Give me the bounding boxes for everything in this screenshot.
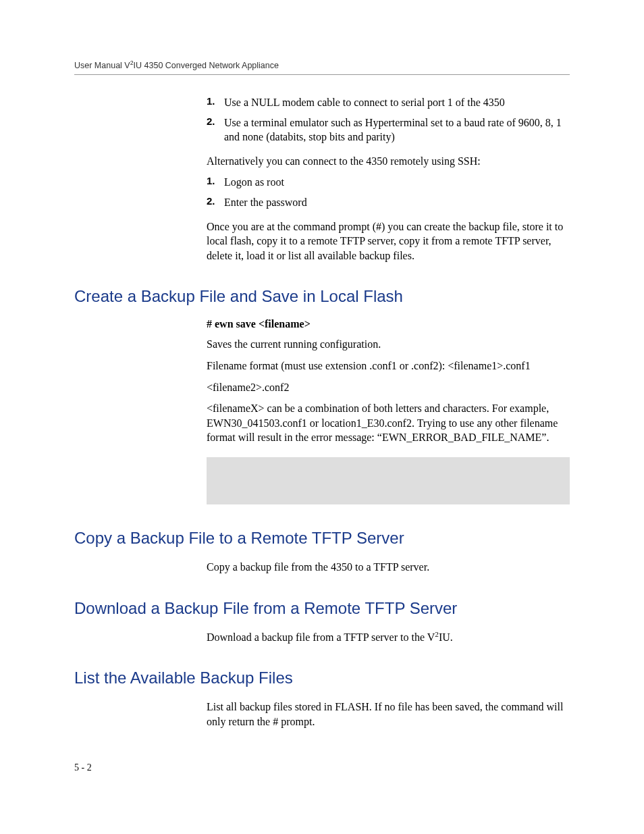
list-item: 2. Enter the password xyxy=(207,195,570,210)
list-text: Use a NULL modem cable to connect to ser… xyxy=(224,95,505,110)
list-number: 2. xyxy=(207,195,224,210)
paragraph: Download a backup file from a TFTP serve… xyxy=(207,630,570,645)
list-item: 1. Logon as root xyxy=(207,175,570,190)
command-text: # ewn save <filename> xyxy=(207,318,570,330)
header-suffix: IU 4350 Converged Network Appliance xyxy=(134,61,279,70)
paragraph: Once you are at the command prompt (#) y… xyxy=(207,219,570,263)
page-number: 5 - 2 xyxy=(74,762,92,773)
header-prefix: User Manual V xyxy=(74,61,130,70)
section1-body: # ewn save <filename> Saves the current … xyxy=(207,318,570,445)
list-text: Enter the password xyxy=(224,195,307,210)
section-heading-copy-backup: Copy a Backup File to a Remote TFTP Serv… xyxy=(74,529,570,548)
section-heading-create-backup: Create a Backup File and Save in Local F… xyxy=(74,287,570,306)
paragraph: List all backup files stored in FLASH. I… xyxy=(207,700,570,729)
section2-body: Copy a backup file from the 4350 to a TF… xyxy=(207,560,570,575)
paragraph: Saves the current running configuration. xyxy=(207,337,570,352)
list-number: 1. xyxy=(207,95,224,110)
para-prefix: Download a backup file from a TFTP serve… xyxy=(207,631,435,643)
ordered-list-1: 1. Use a NULL modem cable to connect to … xyxy=(207,95,570,145)
section3-body: Download a backup file from a TFTP serve… xyxy=(207,630,570,645)
section-heading-download-backup: Download a Backup File from a Remote TFT… xyxy=(74,599,570,618)
section4-body: List all backup files stored in FLASH. I… xyxy=(207,700,570,729)
section-heading-list-backup: List the Available Backup Files xyxy=(74,669,570,687)
paragraph: Copy a backup file from the 4350 to a TF… xyxy=(207,560,570,575)
paragraph: Alternatively you can connect to the 435… xyxy=(207,154,570,169)
list-item: 2. Use a terminal emulator such as Hyper… xyxy=(207,115,570,145)
list-number: 2. xyxy=(207,115,224,145)
intro-block: 1. Use a NULL modem cable to connect to … xyxy=(207,95,570,263)
list-text: Logon as root xyxy=(224,175,284,190)
list-text: Use a terminal emulator such as Hyperter… xyxy=(224,115,570,145)
running-header: User Manual V2IU 4350 Converged Network … xyxy=(74,61,570,75)
paragraph: <filename2>.conf2 xyxy=(207,380,570,395)
para-suffix: IU. xyxy=(439,631,453,643)
list-number: 1. xyxy=(207,175,224,190)
ordered-list-2: 1. Logon as root 2. Enter the password xyxy=(207,175,570,209)
paragraph: <filenameX> can be a combination of both… xyxy=(207,401,570,445)
list-item: 1. Use a NULL modem cable to connect to … xyxy=(207,95,570,110)
placeholder-box xyxy=(207,457,570,504)
paragraph: Filename format (must use extension .con… xyxy=(207,359,570,373)
